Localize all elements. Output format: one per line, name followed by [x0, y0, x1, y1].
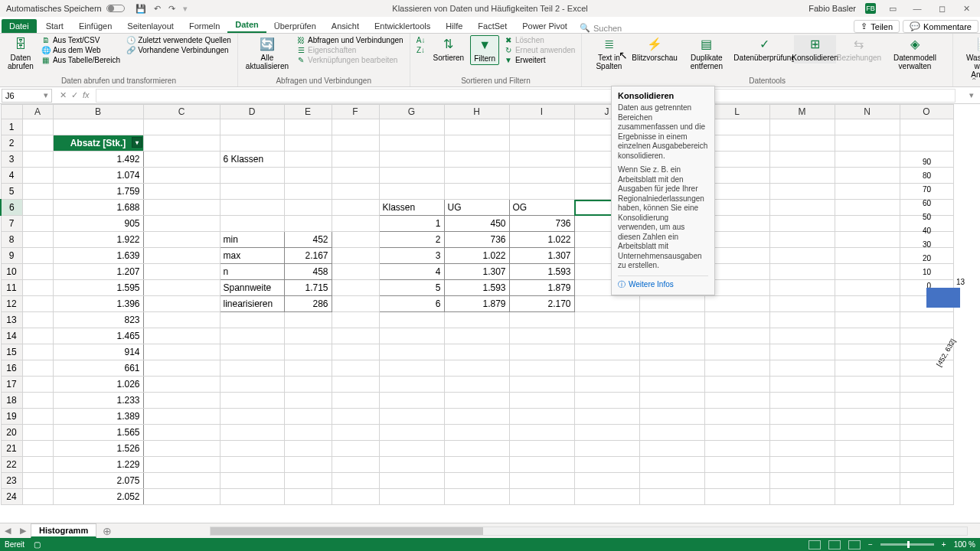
cell[interactable]: [835, 312, 900, 328]
cell[interactable]: [444, 377, 509, 393]
cell[interactable]: [509, 457, 574, 473]
cell[interactable]: [143, 264, 220, 280]
cell[interactable]: [332, 184, 379, 200]
flash-fill[interactable]: ⚡Blitzvorschau: [634, 35, 675, 64]
cell[interactable]: [639, 360, 704, 377]
cell[interactable]: [835, 184, 900, 200]
cell[interactable]: [143, 489, 220, 505]
cell[interactable]: [220, 489, 284, 505]
cell[interactable]: [769, 489, 835, 505]
cell[interactable]: [379, 344, 444, 360]
expand-fx-icon[interactable]: ▾: [963, 90, 980, 100]
cell[interactable]: OG: [509, 200, 574, 216]
queries-connections[interactable]: ⛓Abfragen und Verbindungen: [295, 35, 405, 44]
cell[interactable]: [22, 200, 53, 216]
cell[interactable]: [220, 457, 284, 473]
cell[interactable]: 1.396: [53, 296, 143, 312]
column-header[interactable]: O: [900, 105, 953, 119]
cell[interactable]: [332, 296, 379, 312]
row-header[interactable]: 20: [1, 425, 22, 441]
cell[interactable]: [379, 152, 444, 168]
cell[interactable]: [379, 489, 444, 505]
tab-developer[interactable]: Entwicklertools: [367, 19, 438, 33]
row-header[interactable]: 8: [1, 232, 22, 248]
cell[interactable]: [639, 425, 704, 441]
cell[interactable]: [835, 360, 900, 377]
row-header[interactable]: 16: [1, 360, 22, 377]
cell[interactable]: [284, 200, 332, 216]
cell[interactable]: [639, 296, 704, 312]
cell[interactable]: [835, 441, 900, 457]
manage-data-model[interactable]: ◈Datenmodell verwalten: [882, 35, 948, 72]
cell[interactable]: 1.922: [53, 232, 143, 248]
cell[interactable]: [769, 135, 835, 152]
cell[interactable]: [332, 119, 379, 135]
cell[interactable]: [143, 248, 220, 264]
cell[interactable]: 5: [379, 280, 444, 296]
cell[interactable]: [220, 377, 284, 393]
cell[interactable]: [143, 135, 220, 152]
cell[interactable]: 736: [444, 232, 509, 248]
cell[interactable]: [639, 409, 704, 425]
cell[interactable]: [444, 312, 509, 328]
cell[interactable]: [639, 457, 704, 473]
cell[interactable]: [220, 119, 284, 135]
cell[interactable]: 1.307: [444, 264, 509, 280]
cell[interactable]: [509, 344, 574, 360]
cell[interactable]: [509, 184, 574, 200]
cell[interactable]: [22, 168, 53, 184]
qat-more-icon[interactable]: ▾: [183, 4, 188, 14]
cell[interactable]: [220, 473, 284, 489]
cell[interactable]: min: [220, 232, 284, 248]
cell[interactable]: [379, 328, 444, 344]
cell[interactable]: 1.879: [444, 296, 509, 312]
cell[interactable]: [704, 377, 769, 393]
cell[interactable]: [444, 457, 509, 473]
cell[interactable]: [509, 119, 574, 135]
cell[interactable]: [769, 119, 835, 135]
cell[interactable]: [835, 264, 900, 280]
cell[interactable]: [444, 489, 509, 505]
cell[interactable]: [900, 425, 953, 441]
cell[interactable]: 452: [284, 232, 332, 248]
cell[interactable]: [22, 119, 53, 135]
cell[interactable]: [220, 360, 284, 377]
cell[interactable]: [143, 296, 220, 312]
cell[interactable]: [143, 425, 220, 441]
cell[interactable]: [284, 344, 332, 360]
cell[interactable]: 458: [284, 264, 332, 280]
cell[interactable]: [379, 135, 444, 152]
cell[interactable]: [53, 119, 143, 135]
row-header[interactable]: 10: [1, 264, 22, 280]
cell[interactable]: 6: [379, 296, 444, 312]
cell[interactable]: [574, 360, 639, 377]
cell[interactable]: [639, 377, 704, 393]
tab-start[interactable]: Start: [38, 19, 71, 33]
column-header[interactable]: E: [284, 105, 332, 119]
cell[interactable]: [444, 393, 509, 409]
cell[interactable]: [332, 360, 379, 377]
cell[interactable]: [143, 200, 220, 216]
cell[interactable]: [900, 457, 953, 473]
cell[interactable]: [143, 409, 220, 425]
cell[interactable]: [835, 393, 900, 409]
cell[interactable]: [22, 248, 53, 264]
cell[interactable]: [220, 184, 284, 200]
data-validation[interactable]: ✓Datenüberprüfung: [738, 35, 792, 64]
tab-review[interactable]: Überprüfen: [266, 19, 324, 33]
cell[interactable]: [900, 119, 953, 135]
comments-button[interactable]: 💬Kommentare: [903, 20, 978, 33]
cell[interactable]: [704, 393, 769, 409]
cell[interactable]: [379, 360, 444, 377]
tooltip-more-link[interactable]: ⓘWeitere Infos: [618, 276, 708, 290]
cell[interactable]: [704, 312, 769, 328]
row-header[interactable]: 9: [1, 248, 22, 264]
cell[interactable]: [220, 200, 284, 216]
cell[interactable]: [22, 328, 53, 344]
from-web[interactable]: 🌐Aus dem Web: [40, 45, 122, 54]
formula-input[interactable]: [96, 89, 956, 103]
cell[interactable]: [835, 168, 900, 184]
cell[interactable]: [835, 200, 900, 216]
filter-button[interactable]: ▼Filtern: [470, 35, 499, 65]
view-pagelayout-icon[interactable]: [828, 540, 841, 549]
